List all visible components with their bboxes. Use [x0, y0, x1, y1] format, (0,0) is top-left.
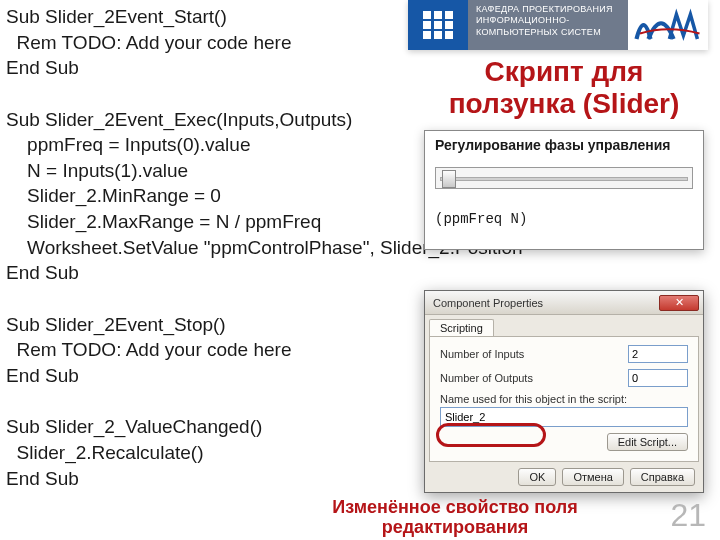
banner-am-logo-icon: [628, 0, 708, 50]
num-inputs-label: Number of Inputs: [440, 348, 628, 360]
num-outputs-field[interactable]: [628, 369, 688, 387]
script-name-label: Name used for this object in the script:: [440, 393, 688, 405]
close-icon: ✕: [675, 297, 684, 308]
department-banner: КАФЕДРА ПРОЕКТИРОВАНИЯ ИНФОРМАЦИОННО- КО…: [408, 0, 708, 50]
edit-script-button[interactable]: Edit Script...: [607, 433, 688, 451]
phase-expression: (ppmFreq N): [435, 211, 693, 227]
ok-button[interactable]: OK: [518, 468, 556, 486]
banner-line: КАФЕДРА ПРОЕКТИРОВАНИЯ: [476, 4, 620, 15]
banner-line: ИНФОРМАЦИОННО-: [476, 15, 620, 26]
page-number: 21: [670, 497, 706, 534]
phase-panel-title: Регулирование фазы управления: [435, 137, 693, 153]
banner-text: КАФЕДРА ПРОЕКТИРОВАНИЯ ИНФОРМАЦИОННО- КО…: [468, 0, 628, 50]
banner-logo-icon: [408, 0, 468, 50]
script-name-field[interactable]: [440, 407, 688, 427]
phase-control-panel: Регулирование фазы управления (ppmFreq N…: [424, 130, 704, 250]
num-outputs-label: Number of Outputs: [440, 372, 628, 384]
component-properties-dialog: Component Properties ✕ Scripting Number …: [424, 290, 704, 493]
red-caption: Изменённое свойство поля редактирования: [330, 498, 580, 538]
help-button[interactable]: Справка: [630, 468, 695, 486]
slider-track: [440, 177, 688, 181]
slide-title: Скрипт для ползунка (Slider): [424, 56, 704, 120]
num-inputs-field[interactable]: [628, 345, 688, 363]
cancel-button[interactable]: Отмена: [562, 468, 623, 486]
phase-slider[interactable]: [435, 167, 693, 189]
tab-scripting[interactable]: Scripting: [429, 319, 494, 336]
slider-thumb-icon[interactable]: [442, 170, 456, 188]
dialog-tabs: Scripting: [425, 315, 703, 336]
dialog-title: Component Properties: [433, 297, 659, 309]
dialog-buttons: OK Отмена Справка: [425, 462, 703, 492]
script-code-block: Sub Slider_2Event_Start() Rem TODO: Add …: [6, 4, 436, 491]
dialog-titlebar[interactable]: Component Properties ✕: [425, 291, 703, 315]
dialog-form: Number of Inputs Number of Outputs Name …: [429, 336, 699, 462]
close-button[interactable]: ✕: [659, 295, 699, 311]
banner-line: КОМПЬЮТЕРНЫХ СИСТЕМ: [476, 27, 620, 38]
